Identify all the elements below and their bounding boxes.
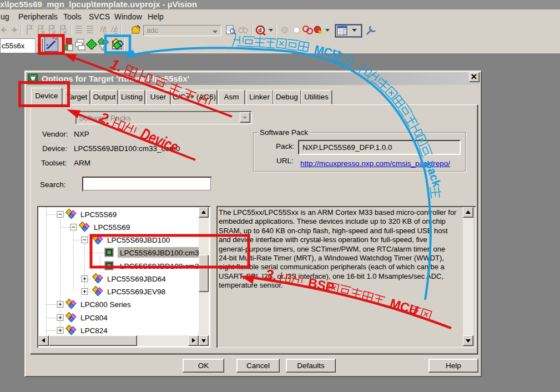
- svg-text:LPC55S69: LPC55S69: [94, 223, 130, 232]
- svg-text:LPC55S69: LPC55S69: [80, 210, 117, 219]
- svg-text:LPC55S69JBD100:cm33_: LPC55S69JBD100:cm33_: [120, 262, 200, 270]
- svg-text:LPC55S69JBD100:cm33_: LPC55S69JBD100:cm33_: [120, 249, 200, 257]
- svg-text:LPC824: LPC824: [80, 326, 108, 335]
- svg-text:LPC55S69JEV98: LPC55S69JEV98: [107, 288, 165, 296]
- svg-text:LPC55S69JBD100: LPC55S69JBD100: [107, 236, 170, 244]
- svg-text:LPC800 Series: LPC800 Series: [80, 300, 131, 309]
- svg-text:LPC55S69JBD64: LPC55S69JBD64: [107, 275, 166, 283]
- svg-text:LPC804: LPC804: [80, 314, 108, 322]
